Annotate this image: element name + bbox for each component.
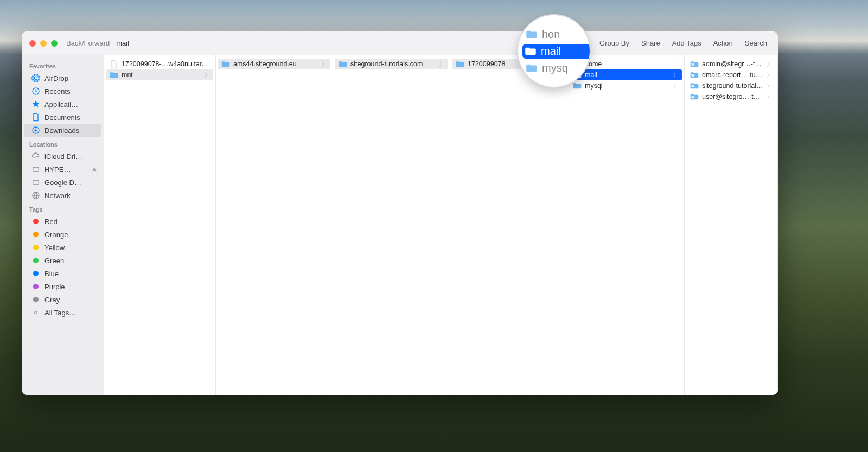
mailfolder-row[interactable]: dmarc-report…-tutorials.com〉 <box>687 69 775 80</box>
sidebar-tag-blue[interactable]: Blue <box>24 267 101 280</box>
tag-dot-icon <box>31 269 40 278</box>
folder-icon <box>526 30 538 39</box>
column-5: admin@sitegr…-tutorials.com〉dmarc-report… <box>685 55 778 395</box>
folder-icon <box>456 60 464 68</box>
zoom-icon[interactable] <box>51 40 58 47</box>
action-button[interactable]: Action <box>710 39 736 47</box>
sidebar-item-label: Gray <box>44 296 97 304</box>
sidebar-item-documents[interactable]: Documents <box>24 111 101 124</box>
close-icon[interactable] <box>29 40 36 47</box>
sidebar-icon <box>31 100 40 109</box>
mailfolder-row[interactable]: admin@sitegr…-tutorials.com〉 <box>687 59 775 69</box>
tag-icon <box>31 308 40 317</box>
row-label: admin@sitegr…-tutorials.com <box>702 60 763 68</box>
tag-dot-icon <box>31 243 40 252</box>
chevron-right-icon: 〉 <box>439 60 444 68</box>
folder-row[interactable]: ams44.siteground.eu〉 <box>218 59 330 69</box>
sidebar-item-label: AirDrop <box>44 74 97 82</box>
row-label: mail <box>585 71 670 79</box>
row-label: mnt <box>122 71 201 79</box>
add-tags-button[interactable]: Add Tags <box>669 39 705 47</box>
sidebar-item-downloads[interactable]: Downloads <box>24 124 101 137</box>
sidebar-item-iclouddri[interactable]: iCloud Dri… <box>24 150 101 163</box>
chevron-right-icon: 〉 <box>767 82 772 90</box>
sidebar-item-hype[interactable]: HYPE… <box>24 163 101 176</box>
folder-row[interactable]: mail〉 <box>570 69 682 80</box>
tag-dot-icon <box>31 217 40 226</box>
chevron-right-icon: 〉 <box>673 82 679 90</box>
chevron-right-icon: 〉 <box>205 71 210 79</box>
sidebar-item-label: Green <box>44 257 97 265</box>
svg-rect-5 <box>33 167 39 171</box>
row-label: siteground-tutorials.com <box>350 60 436 68</box>
sidebar-tag-red[interactable]: Red <box>24 215 101 228</box>
chevron-right-icon: 〉 <box>767 93 772 101</box>
tag-dot-icon <box>31 295 40 304</box>
minimize-icon[interactable] <box>40 40 47 47</box>
column-3: 1720099078〉 <box>450 55 567 395</box>
chevron-right-icon: 〉 <box>767 60 772 68</box>
sidebar-tag-orange[interactable]: Orange <box>24 228 101 241</box>
sidebar-item-googled[interactable]: Google D… <box>24 176 101 189</box>
mailfolder-icon <box>690 92 699 101</box>
tag-dot-icon <box>31 282 40 291</box>
finder-window: Back/Forward mail View Group By Share Ad… <box>22 31 778 395</box>
column-2: siteground-tutorials.com〉 <box>333 55 450 395</box>
row-label: dmarc-report…-tutorials.com <box>702 71 763 79</box>
magnifier-label: mysq <box>542 62 568 74</box>
sidebar-tag-green[interactable]: Green <box>24 254 101 267</box>
sidebar-item-label: Purple <box>44 283 97 291</box>
row-label: home <box>585 60 670 68</box>
file-icon <box>110 60 118 68</box>
folder-icon <box>573 81 582 90</box>
folder-row[interactable]: mnt〉 <box>106 69 213 80</box>
sidebar-item-all-tags[interactable]: All Tags… <box>24 306 101 319</box>
sidebar-tag-purple[interactable]: Purple <box>24 280 101 293</box>
sidebar-icon <box>31 113 40 122</box>
svg-rect-6 <box>93 170 97 171</box>
sidebar-item-label: HYPE… <box>44 165 87 174</box>
sidebar-item-recents[interactable]: Recents <box>24 85 101 98</box>
share-button[interactable]: Share <box>638 39 663 47</box>
sidebar-item-label: Network <box>44 192 97 200</box>
sidebar-tag-gray[interactable]: Gray <box>24 293 101 306</box>
column-1: ams44.siteground.eu〉 <box>216 55 333 395</box>
desktop-background: Back/Forward mail View Group By Share Ad… <box>0 0 868 452</box>
svg-point-0 <box>34 77 37 79</box>
sidebar-icon <box>31 74 40 82</box>
back-forward-button[interactable]: Back/Forward <box>66 39 110 47</box>
folder-row[interactable]: mysql〉 <box>570 80 682 91</box>
column-4: home〉mail〉mysql〉 <box>567 55 685 395</box>
mailfolder-row[interactable]: siteground-tutorials.com〉 <box>687 80 775 91</box>
window-title: mail <box>116 39 129 47</box>
group-by-button[interactable]: Group By <box>596 39 633 47</box>
sidebar-item-label: Blue <box>44 270 97 278</box>
chevron-right-icon: 〉 <box>673 71 679 79</box>
column-0: 1720099078-…w4a0nu.tar.gzmnt〉 <box>104 55 216 395</box>
mailfolder-row[interactable]: user@sitegro…-tutorials.com〉 <box>687 91 775 102</box>
sidebar-item-airdrop[interactable]: AirDrop <box>24 72 101 85</box>
folder-icon <box>526 63 538 72</box>
row-label: user@sitegro…-tutorials.com <box>702 93 763 100</box>
file-row[interactable]: 1720099078-…w4a0nu.tar.gz <box>106 59 213 69</box>
sidebar-item-label: Applicati… <box>44 100 97 109</box>
magnifier-label: mail <box>541 45 561 58</box>
sidebar-icon <box>31 165 40 174</box>
sidebar-item-network[interactable]: Network <box>24 189 101 202</box>
sidebar-tag-yellow[interactable]: Yellow <box>24 241 101 254</box>
sidebar-item-label: Documents <box>44 113 97 122</box>
sidebar-section-favorites: Favorites <box>22 59 104 72</box>
sidebar-icon <box>31 178 40 187</box>
folder-row[interactable]: siteground-tutorials.com〉 <box>335 59 448 69</box>
sidebar-item-label: Orange <box>44 231 97 239</box>
sidebar-icon <box>31 126 40 135</box>
sidebar-icon <box>31 152 40 161</box>
svg-point-1 <box>33 75 39 81</box>
eject-icon[interactable] <box>92 167 97 172</box>
folder-icon <box>221 60 230 68</box>
search-button[interactable]: Search <box>742 39 770 47</box>
sidebar-item-applicati[interactable]: Applicati… <box>24 98 101 111</box>
window-controls <box>29 40 58 47</box>
magnifier-row-selected: mail <box>522 44 590 59</box>
sidebar-item-label: iCloud Dri… <box>44 152 97 161</box>
